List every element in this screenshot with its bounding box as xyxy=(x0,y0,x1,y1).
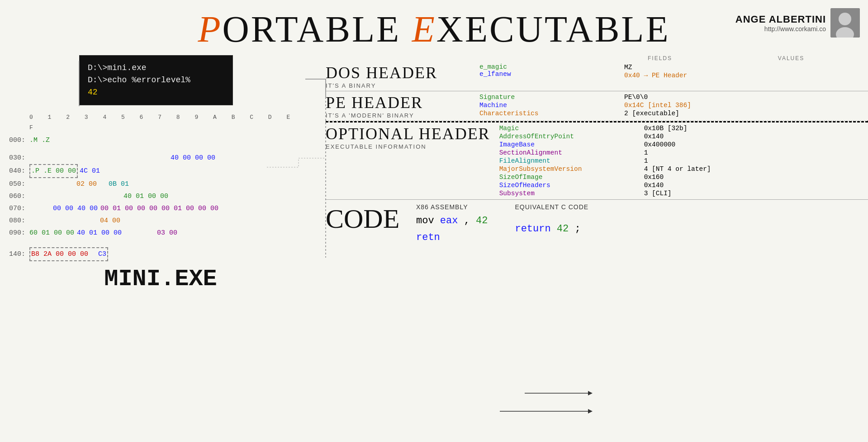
opt-value-1: 0x10B [32b] xyxy=(644,124,802,132)
opt-value-sizeofhdrs: 0x140 xyxy=(644,182,664,189)
dos-field-2: e_lfanew xyxy=(479,71,624,78)
c-header: EQUIVALENT C CODE xyxy=(515,203,588,211)
brand-avatar-icon xyxy=(830,8,860,38)
optional-header-section: OPTIONAL HEADER EXECUTABLE INFORMATION M… xyxy=(326,124,868,197)
hex-col-labels: 0 1 2 3 4 5 6 7 8 9 A B C D E F xyxy=(29,112,308,133)
hex-mz: .M .Z xyxy=(29,134,50,146)
asm-42: 42 xyxy=(476,215,488,226)
hex-addr-070: 070: xyxy=(9,202,29,215)
pe-field-chars: Characteristics xyxy=(479,110,539,117)
opt-value-sizeofimage: 0x160 xyxy=(644,174,664,181)
dos-header-values: MZ 0x40 → PE Header xyxy=(624,63,783,80)
hex-addr-030: 030: xyxy=(9,152,29,164)
pe-value-machine: 0x14C [intel 386] xyxy=(624,102,691,109)
opt-value-2: 0x140 xyxy=(644,132,802,141)
dos-header-title: DOS HEADER xyxy=(326,63,470,82)
opt-value-4: 1 xyxy=(644,149,802,157)
asm-mov: mov xyxy=(416,215,440,226)
pe-value-chars: 2 [executable] xyxy=(624,110,679,117)
brand-avatar xyxy=(830,8,860,38)
c-42: 42 xyxy=(557,223,569,235)
opt-field-subsysver: MajorSubsystemVersion xyxy=(499,165,582,173)
values-col-header: VALUES xyxy=(723,55,859,61)
hex-addr-050: 050: xyxy=(9,178,29,190)
hex-spacer-2 xyxy=(9,239,308,247)
dos-field-elfanew: e_lfanew xyxy=(479,71,511,78)
opt-field-4: SectionAlignment xyxy=(499,149,644,157)
pe-field-machine: Machine xyxy=(479,102,507,109)
code-columns: X86 ASSEMBLY mov eax , 42 retn EQUIVALEN… xyxy=(416,203,588,249)
opt-value-imgbase: 0x400000 xyxy=(644,141,676,148)
optional-header-title: OPTIONAL HEADER xyxy=(326,124,490,143)
hex-050-chars: 02 00 xyxy=(76,178,97,190)
hex-090-subsys: 03 00 xyxy=(157,227,177,239)
hex-030-bytes: 40 00 00 00 xyxy=(171,152,215,164)
divider-2 xyxy=(326,121,868,122)
opt-value-3: 0x400000 xyxy=(644,141,802,149)
opt-field-5: FileAlignment xyxy=(499,157,644,165)
opt-value-5: 1 xyxy=(644,157,802,165)
pe-field-2: Machine xyxy=(479,101,624,109)
hex-row-070: 070: 00 00 40 00 00 01 00 00 00 00 01 00… xyxy=(9,202,308,215)
opt-field-1: Magic xyxy=(499,124,644,132)
pe-header-subtitle: IT'S A 'MODERN' BINARY xyxy=(326,112,470,119)
dos-header-section: DOS HEADER IT'S A BINARY e_magic e_lfane… xyxy=(326,63,868,89)
hex-spacer-1 xyxy=(9,146,308,152)
pe-header-section: PE HEADER IT'S A 'MODERN' BINARY Signatu… xyxy=(326,93,868,119)
optional-header-values: 0x10B [32b] 0x140 0x400000 1 1 4 [NT 4 o… xyxy=(644,124,802,197)
opt-field-magic: Magic xyxy=(499,125,519,132)
opt-field-sizeofhdrs: SizeOfHeaders xyxy=(499,182,550,189)
asm-header: X86 ASSEMBLY xyxy=(416,203,488,211)
dos-header-subtitle: IT'S A BINARY xyxy=(326,82,470,89)
terminal-number: 42 xyxy=(88,86,224,99)
opt-field-secalign: SectionAlignment xyxy=(499,149,562,156)
opt-value-6: 4 [NT 4 or later] xyxy=(644,165,802,173)
hex-row-060: 060: 40 01 00 00 xyxy=(9,190,308,202)
asm-column: X86 ASSEMBLY mov eax , 42 retn xyxy=(416,203,488,249)
asm-retn: retn xyxy=(416,232,440,243)
asm-line-2: retn xyxy=(416,232,488,243)
opt-field-imgbase: ImageBase xyxy=(499,141,535,148)
hex-addr-140: 140: xyxy=(9,248,29,260)
pe-value-1: PE\0\0 xyxy=(624,93,783,101)
optional-header-label: OPTIONAL HEADER EXECUTABLE INFORMATION xyxy=(326,124,499,150)
opt-value-filealign: 1 xyxy=(644,157,648,165)
code-title: CODE xyxy=(326,203,416,235)
pe-value-3: 2 [executable] xyxy=(624,109,783,118)
terminal-box: D:\>mini.exe D:\>echo %errorlevel% 42 xyxy=(79,55,233,105)
hex-addr-090: 090: xyxy=(9,227,29,239)
pe-field-1: Signature xyxy=(479,93,624,101)
opt-field-ep: AddressOfEntryPoint xyxy=(499,133,574,140)
brand-url: http://www.corkami.co xyxy=(735,25,826,33)
hex-addr-000: 000: xyxy=(9,134,29,146)
opt-field-subsys: Subsystem xyxy=(499,190,535,197)
opt-field-2: AddressOfEntryPoint xyxy=(499,132,644,141)
opt-value-subsysver: 4 [NT 4 or later] xyxy=(644,165,711,173)
divider-3 xyxy=(326,199,868,200)
pe-value-signature: PE\0\0 xyxy=(624,94,648,101)
hex-row-000: 000: .M .Z xyxy=(9,134,308,146)
dos-header-label: DOS HEADER IT'S A BINARY xyxy=(326,63,479,89)
dos-header-fields: e_magic e_lfanew xyxy=(479,63,624,78)
opt-field-8: SizeOfHeaders xyxy=(499,181,644,189)
columns-header: FIELDS VALUES xyxy=(326,55,859,61)
fields-col-header: FIELDS xyxy=(597,55,723,61)
opt-field-3: ImageBase xyxy=(499,141,644,149)
hex-dump: 0 1 2 3 4 5 6 7 8 9 A B C D E F 000: .M … xyxy=(9,112,308,261)
dos-field-1: e_magic xyxy=(479,63,624,71)
pe-header-fields: Signature Machine Characteristics xyxy=(479,93,624,118)
opt-value-7: 0x160 xyxy=(644,173,802,181)
hex-090-sizeofhdrs: 40 01 00 00 xyxy=(77,227,122,239)
title-letter-p: P xyxy=(198,9,222,50)
terminal-line-1: D:\>mini.exe xyxy=(88,62,224,74)
hex-row-090: 090: 60 01 00 00 40 01 00 00 03 00 xyxy=(9,227,308,239)
opt-value-9: 3 [CLI] xyxy=(644,189,802,197)
hex-070-secalign: 00 01 00 00 00 00 01 00 00 00 xyxy=(100,202,218,215)
opt-field-6: MajorSubsystemVersion xyxy=(499,165,644,173)
hex-070-imgbase: 00 00 40 00 xyxy=(53,202,98,215)
code-label-container: CODE xyxy=(326,203,416,235)
hex-040-machine: 4C 01 xyxy=(80,165,100,177)
dos-value-2: 0x40 → PE Header xyxy=(624,71,783,80)
brand-block: ANGE ALBERTINI http://www.corkami.co xyxy=(735,8,860,38)
hex-040-pe-sig: .P .E 00 00 xyxy=(29,164,78,178)
